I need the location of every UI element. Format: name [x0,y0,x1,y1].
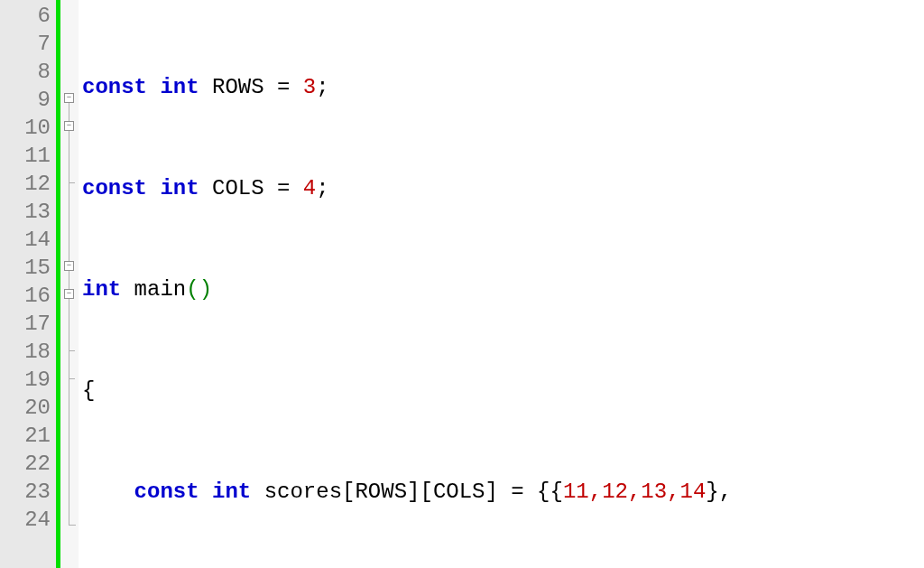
operator: = [277,176,290,200]
space [498,480,511,504]
keyword: const int [134,480,252,504]
line-number: 12 [4,170,51,198]
fold-end-icon [69,350,75,351]
semicolon: ; [316,75,328,99]
fold-gutter [60,0,79,568]
fold-end-icon [69,518,76,526]
keyword: const int [82,176,199,200]
line-number: 11 [4,142,51,170]
line-number: 15 [4,254,51,282]
line-number: 10 [4,114,51,142]
brace: { [82,378,95,403]
brace: } [706,480,718,504]
line-number: 17 [4,310,51,338]
code-area[interactable]: const int ROWS = 3; const int COLS = 4; … [79,0,924,568]
fold-guide-line [69,103,69,524]
parentheses: () [186,277,212,302]
line-number: 13 [4,198,51,226]
identifier: ROWS [199,75,277,99]
code-line[interactable]: const int COLS = 4; [82,174,924,202]
line-number: 19 [4,366,51,394]
identifier: COLS [199,176,277,200]
fold-toggle-icon[interactable] [64,289,74,299]
number-literal: 4 [303,176,316,200]
brace: {{ [537,480,563,504]
identifier: scores [264,480,342,504]
line-number: 8 [4,58,51,86]
code-line[interactable]: const int scores[ROWS][COLS] = {{11,12,1… [82,478,924,506]
line-number: 22 [4,450,51,478]
line-number: 21 [4,422,51,450]
space [251,480,263,504]
line-number: 16 [4,282,51,310]
identifier: main [121,277,186,302]
brackets: [ROWS][COLS] [342,480,498,504]
line-number: 6 [4,2,51,30]
operator: = [277,75,290,99]
code-line[interactable]: const int ROWS = 3; [82,73,924,101]
line-number: 14 [4,226,51,254]
line-number-gutter: 6 7 8 9 10 11 12 13 14 15 16 17 18 19 20… [0,0,56,568]
comma: , [719,480,732,504]
line-number: 23 [4,478,51,506]
semicolon: ; [316,176,328,200]
indent [82,480,134,504]
space [524,480,537,504]
fold-toggle-icon[interactable] [64,121,74,131]
code-line[interactable]: { [82,377,924,405]
fold-end-icon [69,378,75,379]
code-line[interactable]: int main() [82,275,924,303]
line-number: 7 [4,30,51,58]
space [290,75,302,99]
operator: = [511,480,523,504]
number-list: 11,12,13,14 [563,480,706,504]
space [290,176,302,200]
line-number: 20 [4,394,51,422]
line-number: 18 [4,338,51,366]
number-literal: 3 [303,75,316,99]
line-number: 24 [4,506,51,534]
fold-toggle-icon[interactable] [64,93,74,103]
keyword: const int [82,75,199,99]
fold-toggle-icon[interactable] [64,261,74,271]
keyword: int [82,277,121,302]
fold-end-icon [69,182,75,183]
line-number: 9 [4,86,51,114]
code-editor: 6 7 8 9 10 11 12 13 14 15 16 17 18 19 20… [0,0,924,568]
